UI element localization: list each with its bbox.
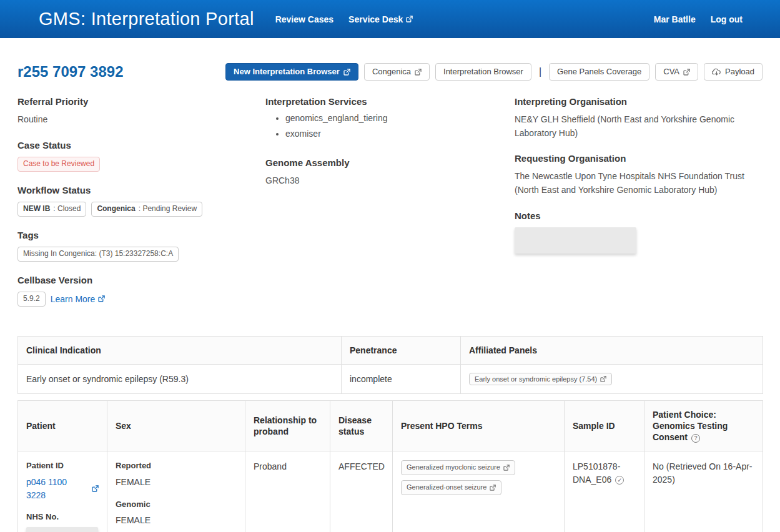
workflow-status-label: Workflow Status: [17, 185, 265, 195]
notes-redacted-box: [515, 227, 636, 254]
external-link-icon: [415, 69, 422, 76]
hpo-term-badge[interactable]: Generalized-onset seizure: [401, 480, 501, 495]
workflow-badge-name: Congenica: [97, 204, 135, 214]
tag-badge: Missing In Congenica: (T3) 15:23327258:C…: [17, 247, 179, 262]
external-link-icon: [683, 69, 690, 76]
ib-label: Interpretation Browser: [443, 67, 523, 77]
interpretation-browser-button[interactable]: Interpretation Browser: [435, 63, 531, 81]
patient-choice-header-label: Patient Choice: Genomics Testing Consent: [653, 410, 728, 442]
hpo-term-label: Generalized-onset seizure: [407, 483, 486, 493]
workflow-badge-name: NEW IB: [23, 204, 50, 214]
col-relationship: Relationship to proband: [245, 400, 330, 451]
service-item: exomiser: [285, 129, 515, 139]
user-menu[interactable]: Mar Batlle: [654, 14, 696, 24]
patient-choice-cell: No (Retrieved On 16-Apr-2025): [644, 451, 763, 532]
workflow-badge-new-ib: NEW IB: Closed: [17, 202, 86, 217]
logout-button[interactable]: Log out: [711, 14, 743, 24]
workflow-badge-value: : Pending Review: [139, 204, 197, 214]
tags-label: Tags: [17, 230, 265, 240]
relationship-cell: Proband: [245, 451, 330, 532]
nhs-number-label: NHS No.: [26, 511, 99, 523]
gene-panels-coverage-button[interactable]: Gene Panels Coverage: [549, 63, 649, 81]
new-interpretation-browser-button[interactable]: New Interpretation Browser: [225, 63, 358, 81]
col-patient: Patient: [18, 400, 107, 451]
cloud-download-icon: [712, 68, 721, 76]
affiliated-panels-cell: Early onset or syndromic epilepsy (7.54): [461, 364, 763, 393]
header-nav: Review Cases Service Desk: [275, 14, 413, 24]
sample-id-cell: LP5101878-DNA_E06 ✓: [565, 451, 644, 532]
case-status-label: Case Status: [17, 140, 265, 150]
check-circle-icon: ✓: [615, 476, 624, 485]
hpo-term-badge[interactable]: Generalized myoclonic seizure: [401, 460, 515, 475]
external-link-icon: [343, 69, 350, 76]
patient-cell: Patient ID p046 1100 3228 NHS No. Full N…: [18, 451, 107, 532]
congenica-button[interactable]: Congenica: [364, 63, 430, 81]
col-patient-choice: Patient Choice: Genomics Testing Consent…: [644, 400, 763, 451]
nav-review-cases[interactable]: Review Cases: [275, 14, 333, 24]
payload-button[interactable]: Payload: [704, 63, 763, 81]
external-link-icon: [600, 376, 606, 382]
external-link-icon: [92, 485, 99, 492]
cva-button[interactable]: CVA: [655, 63, 698, 81]
requesting-organisation-value: The Newcastle Upon Tyne Hospitals NHS Fo…: [515, 170, 763, 197]
nav-service-desk-label: Service Desk: [348, 14, 403, 24]
congenica-label: Congenica: [372, 67, 411, 77]
workflow-badge-value: : Closed: [53, 204, 81, 214]
workflow-badge-congenica: Congenica: Pending Review: [91, 202, 202, 217]
penetrance-cell: incomplete: [342, 364, 461, 393]
header-right: Mar Batlle Log out: [654, 14, 743, 24]
table-row: Early onset or syndromic epilepsy (R59.3…: [18, 364, 763, 393]
case-status-badge: Case to be Reviewed: [17, 157, 100, 172]
sex-cell: Reported FEMALE Genomic FEMALE Number Of…: [107, 451, 245, 532]
disease-status-cell: AFFECTED: [330, 451, 393, 532]
learn-more-label: Learn More: [51, 294, 96, 304]
page-title: r255 7097 3892: [17, 63, 124, 81]
service-item: genomics_england_tiering: [285, 113, 515, 123]
patient-table: Patient Sex Relationship to proband Dise…: [17, 400, 763, 532]
col-disease-status: Disease status: [330, 400, 393, 451]
summary-column-left: Referral Priority Routine Case Status Ca…: [17, 96, 265, 320]
app-title: GMS: Interpretation Portal: [39, 9, 254, 29]
gene-panels-label: Gene Panels Coverage: [557, 67, 641, 77]
genomic-sex-value: FEMALE: [116, 514, 237, 526]
interpretation-services-list: genomics_england_tiering exomiser: [265, 113, 515, 139]
patient-id-label: Patient ID: [26, 460, 99, 472]
nhs-number-redacted-box: [26, 527, 98, 532]
nav-service-desk[interactable]: Service Desk: [348, 14, 413, 24]
nav-review-cases-label: Review Cases: [275, 14, 333, 24]
external-link-icon: [98, 295, 105, 302]
summary-column-right: Interpreting Organisation NE&Y GLH Sheff…: [515, 96, 763, 320]
notes-label: Notes: [515, 210, 763, 221]
cva-label: CVA: [663, 67, 679, 77]
external-link-icon: [503, 465, 510, 471]
toolbar: New Interpretation Browser Congenica Int…: [225, 63, 763, 81]
referral-priority-value: Routine: [17, 113, 265, 127]
col-sex: Sex: [107, 400, 245, 451]
requesting-organisation-label: Requesting Organisation: [515, 153, 763, 164]
affiliated-panel-badge[interactable]: Early onset or syndromic epilepsy (7.54): [469, 373, 612, 385]
help-icon[interactable]: ?: [691, 434, 700, 443]
app-header: GMS: Interpretation Portal Review Cases …: [0, 0, 780, 38]
external-link-icon: [406, 16, 413, 22]
reported-sex-label: Reported: [116, 460, 237, 472]
referral-priority-label: Referral Priority: [17, 96, 265, 107]
hpo-terms-cell: Generalized myoclonic seizure Generalize…: [393, 451, 565, 532]
genomic-sex-label: Genomic: [116, 499, 237, 511]
clinical-indication-cell: Early onset or syndromic epilepsy (R59.3…: [18, 364, 342, 393]
cellbase-version-badge: 5.9.2: [17, 292, 46, 307]
learn-more-link[interactable]: Learn More: [51, 294, 106, 304]
external-link-icon: [490, 485, 496, 491]
payload-label: Payload: [725, 67, 754, 77]
table-row: Patient ID p046 1100 3228 NHS No. Full N…: [18, 451, 763, 532]
col-hpo-terms: Present HPO Terms: [393, 400, 565, 451]
affiliated-panel-label: Early onset or syndromic epilepsy (7.54): [475, 375, 597, 383]
toolbar-separator: |: [539, 66, 541, 77]
interpretation-services-label: Interpretation Services: [265, 96, 515, 107]
col-clinical-indication: Clinical Indication: [18, 336, 342, 364]
patient-id-link[interactable]: p046 1100 3228: [26, 476, 99, 501]
interpreting-organisation-value: NE&Y GLH Sheffield (North East and Yorks…: [515, 113, 763, 140]
genome-assembly-value: GRCh38: [265, 174, 515, 188]
hpo-term-label: Generalized myoclonic seizure: [407, 463, 500, 473]
interpreting-organisation-label: Interpreting Organisation: [515, 96, 763, 107]
col-affiliated-panels: Affiliated Panels: [461, 336, 763, 364]
